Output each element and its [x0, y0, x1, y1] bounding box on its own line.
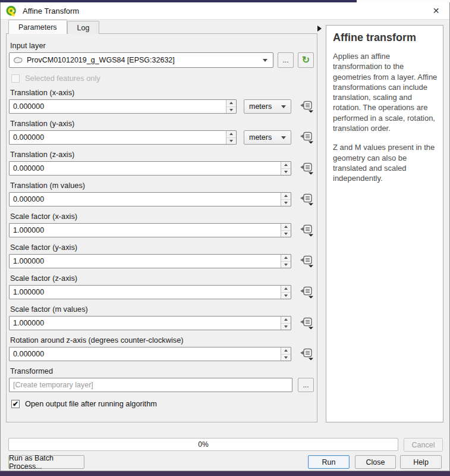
spin-down-icon[interactable] — [226, 137, 236, 145]
spin-down-icon[interactable] — [226, 107, 236, 114]
close-button[interactable]: Close — [355, 455, 396, 469]
qgis-logo-icon — [5, 5, 18, 17]
progress-text: 0% — [198, 440, 208, 449]
parameters-pane: Input layer ProvCM01012019_g_WGS84 [EPSG… — [6, 33, 317, 422]
field-label: Rotation around z-axis (degrees counter-… — [10, 336, 314, 345]
spin-up-icon[interactable] — [226, 131, 236, 137]
translation-x-input[interactable] — [9, 99, 237, 114]
scale-x-spinbox — [9, 223, 291, 237]
input-layer-row: ProvCM01012019_g_WGS84 [EPSG:32632] ... … — [9, 52, 314, 68]
spinner-buttons[interactable] — [281, 255, 291, 268]
spinner-buttons[interactable] — [226, 100, 236, 113]
rotation-spinbox — [9, 347, 291, 361]
field-row — [9, 223, 314, 237]
field-row: meters — [9, 99, 314, 114]
spin-down-icon[interactable] — [281, 292, 291, 299]
tab-log[interactable]: Log — [67, 21, 100, 34]
window-title: Affine Transform — [23, 7, 79, 15]
spinner-buttons[interactable] — [281, 286, 291, 299]
unit-dropdown[interactable]: meters — [244, 130, 291, 145]
collapse-help-arrow-icon[interactable] — [317, 26, 322, 32]
iterate-layer-button[interactable]: ↻ — [298, 52, 314, 68]
spin-down-icon[interactable] — [281, 168, 291, 176]
reload-icon: ↻ — [302, 55, 310, 65]
tab-parameters[interactable]: Parameters — [8, 20, 67, 34]
open-output-row: ✔ Open output file after running algorit… — [11, 399, 314, 408]
scale-x-input[interactable] — [9, 223, 291, 237]
spin-up-icon[interactable] — [281, 317, 291, 323]
translation-m-input[interactable] — [9, 192, 291, 206]
input-layer-value: ProvCM01012019_g_WGS84 [EPSG:32632] — [27, 56, 263, 64]
spinner-buttons[interactable] — [281, 347, 291, 361]
data-defined-override-button[interactable] — [300, 255, 314, 268]
open-output-checkbox[interactable]: ✔ — [11, 400, 20, 408]
spin-up-icon[interactable] — [281, 224, 291, 230]
input-layer-combobox[interactable]: ProvCM01012019_g_WGS84 [EPSG:32632] — [9, 52, 273, 68]
scale-y-spinbox — [9, 254, 291, 268]
scale-z-spinbox — [9, 285, 291, 299]
spin-up-icon[interactable] — [281, 255, 291, 261]
cancel-button: Cancel — [404, 438, 443, 452]
transformed-browse-button[interactable]: ... — [298, 378, 314, 392]
spinner-buttons[interactable] — [281, 193, 291, 206]
spin-up-icon[interactable] — [281, 162, 291, 168]
field-row — [9, 285, 314, 299]
scale-y-input[interactable] — [9, 254, 291, 268]
transformed-output-wrap — [9, 378, 292, 392]
spin-down-icon[interactable] — [281, 261, 291, 268]
data-defined-override-button[interactable] — [300, 131, 314, 144]
field-row — [9, 192, 314, 206]
scale-z-input[interactable] — [9, 285, 291, 299]
rotation-input[interactable] — [9, 347, 291, 361]
selected-features-checkbox — [11, 74, 20, 83]
spin-up-icon[interactable] — [281, 286, 291, 292]
scale-m-input[interactable] — [9, 316, 291, 330]
field-row — [9, 347, 314, 361]
data-defined-override-button[interactable] — [300, 193, 314, 206]
run-as-batch-button[interactable]: Run as Batch Process... — [8, 455, 84, 469]
translation-z-input[interactable] — [9, 161, 291, 176]
data-defined-override-button[interactable] — [300, 224, 314, 237]
unit-dropdown[interactable]: meters — [244, 99, 291, 114]
data-defined-override-button[interactable] — [300, 317, 314, 330]
spin-up-icon[interactable] — [281, 193, 291, 199]
field-label: Translation (x-axis) — [10, 88, 314, 97]
close-icon[interactable]: ✕ — [423, 2, 449, 19]
spinner-buttons[interactable] — [281, 317, 291, 330]
data-defined-override-button[interactable] — [300, 348, 314, 361]
selected-features-label: Selected features only — [25, 74, 100, 83]
spin-down-icon[interactable] — [281, 323, 291, 330]
spin-up-icon[interactable] — [226, 100, 236, 107]
help-paragraph: Applies an affine transformation to the … — [333, 51, 438, 133]
scale-m-spinbox — [9, 316, 291, 330]
spinner-buttons[interactable] — [281, 162, 291, 175]
background-window-strip-bottom — [0, 471, 450, 476]
data-defined-override-button[interactable] — [300, 101, 314, 113]
transformed-row: ... — [9, 378, 314, 392]
help-button[interactable]: Help — [400, 455, 442, 469]
transformed-label: Transformed — [10, 367, 314, 375]
help-paragraph: Z and M values present in the geometry c… — [333, 142, 438, 183]
run-button[interactable]: Run — [308, 455, 350, 469]
spinner-buttons[interactable] — [226, 131, 236, 144]
transformed-output-input[interactable] — [9, 378, 292, 392]
field-row: meters — [9, 130, 314, 145]
data-defined-override-button[interactable] — [300, 286, 314, 299]
input-layer-browse-button[interactable]: ... — [278, 52, 294, 68]
spin-down-icon[interactable] — [281, 199, 291, 206]
field-label: Scale factor (m values) — [10, 305, 314, 314]
data-defined-override-button[interactable] — [300, 162, 314, 175]
title-bar: Affine Transform ✕ — [1, 2, 449, 20]
spin-down-icon[interactable] — [281, 354, 291, 361]
chevron-down-icon — [263, 59, 268, 62]
spin-down-icon[interactable] — [281, 230, 291, 237]
translation-m-spinbox — [9, 192, 291, 206]
field-row — [9, 316, 314, 330]
field-label: Scale factor (z-axis) — [10, 274, 314, 283]
spinner-buttons[interactable] — [281, 224, 291, 237]
field-label: Translation (z-axis) — [10, 150, 314, 159]
field-label: Translation (m values) — [10, 181, 314, 190]
spin-up-icon[interactable] — [281, 347, 291, 354]
translation-y-input[interactable] — [9, 130, 237, 145]
progress-bar: 0% — [8, 438, 398, 451]
